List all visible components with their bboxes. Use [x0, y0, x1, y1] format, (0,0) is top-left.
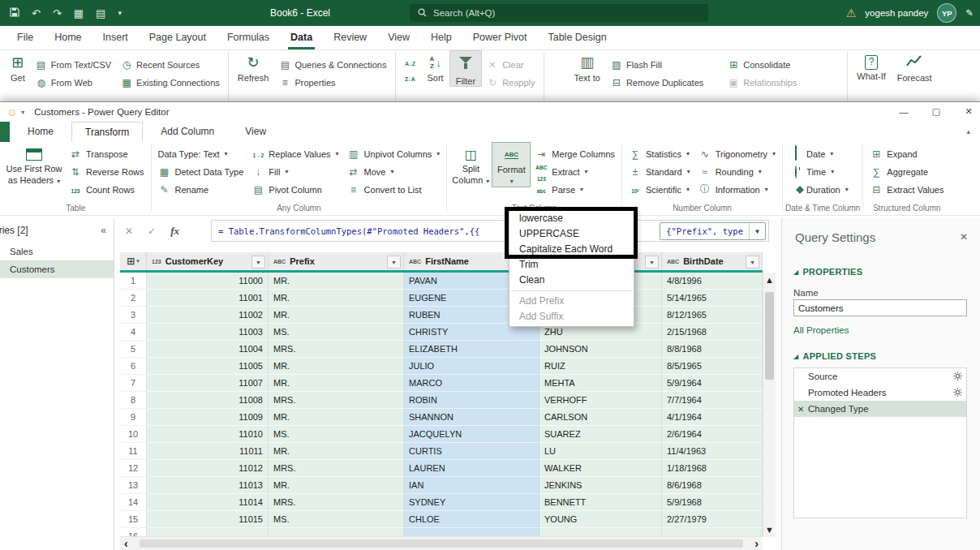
from-web-button[interactable]: ◍From Web [31, 74, 116, 91]
row-number[interactable]: 6 [120, 358, 147, 375]
cell-firstname[interactable]: CHLOE [404, 511, 539, 528]
row-number[interactable]: 3 [120, 307, 147, 324]
cell-prefix[interactable]: MS. [269, 324, 404, 341]
horizontal-scroll-thumb[interactable] [140, 539, 743, 548]
excel-ribbon-tab[interactable]: Help [420, 26, 462, 49]
parse-button[interactable]: abcParse▾ [531, 181, 619, 198]
titlebar-chevron-icon[interactable]: ▾ [21, 109, 24, 116]
cell-prefix[interactable]: MS. [269, 426, 404, 443]
excel-ribbon-tab[interactable]: Table Design [537, 26, 617, 49]
cell-prefix[interactable]: MR. [269, 443, 404, 460]
redo-icon[interactable]: ↷ [53, 7, 62, 19]
row-number[interactable]: 10 [120, 426, 147, 443]
table-menu-button[interactable]: ⊞ ▾ [120, 252, 147, 270]
column-header-prefix[interactable]: ABC Prefix ▼ [269, 252, 404, 270]
menu-item[interactable]: lowercase [509, 211, 634, 226]
cell-lastname[interactable]: MEHTA [539, 375, 662, 392]
menu-item[interactable]: Add Prefix [509, 294, 634, 309]
query-name-input[interactable] [793, 299, 967, 316]
pen-mode-icon[interactable]: ✎ [965, 7, 974, 19]
fill-button[interactable]: ↓Fill▾ [247, 163, 342, 180]
cell-firstname[interactable]: CURTIS [404, 443, 539, 460]
use-first-row-as-headers-button[interactable]: Use First Row as Headers ▾ [3, 142, 65, 187]
row-number[interactable]: 7 [120, 375, 147, 392]
unpivot-columns-button[interactable]: ▥Unpivot Columns▾ [343, 145, 445, 162]
collapse-pane-icon[interactable]: « [101, 225, 106, 236]
cell-birthdate[interactable]: 2/15/1968 [662, 324, 763, 341]
cell-prefix[interactable]: MR. [269, 409, 404, 426]
cell-birthdate[interactable]: 2/27/1979 [662, 511, 763, 528]
cell-birthdate[interactable]: 8/8/1968 [662, 341, 763, 358]
cell-customerkey[interactable]: 11014 [147, 494, 269, 511]
touch-mode-icon[interactable]: ▦ [74, 7, 84, 19]
cell-customerkey[interactable]: 11011 [147, 443, 269, 460]
query-list-item[interactable]: Customers [0, 260, 114, 278]
cell-firstname[interactable]: JACQUELYN [404, 426, 539, 443]
relationships-button[interactable]: ▣Relationships [723, 74, 802, 91]
row-number[interactable]: 15 [120, 511, 147, 528]
cell-lastname[interactable]: SUAREZ [539, 426, 662, 443]
cell-lastname[interactable]: BENNETT [539, 494, 662, 511]
expand-button[interactable]: ⊞Expand [866, 145, 948, 162]
column-header-birthdate[interactable]: ABC BirthDate ▼ [662, 252, 763, 270]
close-button[interactable]: ✕ [952, 102, 980, 121]
scroll-down-icon[interactable]: ▼ [763, 525, 776, 535]
cell-customerkey[interactable]: 11001 [147, 290, 269, 307]
format-button[interactable]: ABC Format ▾ [492, 142, 531, 187]
existing-connections-button[interactable]: ▦Existing Connections [116, 74, 225, 91]
cell-firstname[interactable]: JULIO [404, 358, 539, 375]
close-panel-icon[interactable]: ✕ [960, 231, 968, 243]
information-button[interactable]: ⓘInformation▾ [694, 181, 780, 198]
cell-lastname[interactable]: LU [539, 443, 662, 460]
formula-input[interactable]: = Table.TransformColumnTypes(#"Promoted … [211, 220, 769, 242]
replace-values-button[interactable]: 1→2Replace Values▾ [247, 145, 342, 162]
remove-duplicates-button[interactable]: ⊟Remove Duplicates [606, 74, 708, 91]
split-column-button[interactable]: ◫ Split Column ▾ [449, 142, 492, 187]
count-rows-button[interactable]: 123Count Rows [65, 181, 148, 198]
cell-prefix[interactable]: MR. [269, 375, 404, 392]
cell-birthdate[interactable]: 8/6/1968 [662, 477, 763, 494]
row-number[interactable]: 4 [120, 324, 147, 341]
commit-formula-icon[interactable]: ✓ [148, 226, 156, 237]
cell-firstname[interactable]: ROBIN [404, 392, 539, 409]
text-to-columns-button[interactable]: ▥ Text to [569, 50, 606, 83]
transpose-button[interactable]: ⇄Transpose [65, 145, 148, 162]
queries-connections-button[interactable]: ▤Queries & Connections [274, 56, 391, 73]
cell-prefix[interactable]: MR. [269, 358, 404, 375]
pq-file-tab[interactable] [0, 122, 10, 142]
menu-item[interactable]: Add Suffix [509, 309, 634, 324]
search-box[interactable]: Search (Alt+Q) [410, 4, 708, 22]
horizontal-scrollbar[interactable]: ‹ › [120, 536, 763, 550]
menu-item[interactable]: Trim [509, 257, 634, 273]
cell-customerkey[interactable]: 11004 [147, 341, 269, 358]
menu-item[interactable]: Capitalize Each Word [509, 242, 634, 257]
cell-lastname[interactable]: JOHNSON [539, 341, 662, 358]
cell-firstname[interactable]: LAUREN [404, 460, 539, 477]
applied-step[interactable]: ✕ Source [794, 368, 966, 385]
excel-ribbon-tab[interactable]: File [6, 26, 44, 49]
move-button[interactable]: ⇄Move▾ [343, 163, 445, 180]
cell-firstname[interactable]: MARCO [404, 375, 539, 392]
row-number[interactable]: 2 [120, 290, 147, 307]
sort-za-button[interactable]: Z↓A [399, 72, 422, 87]
aggregate-button[interactable]: ∑Aggregate [866, 163, 948, 180]
cell-customerkey[interactable]: 11002 [147, 307, 269, 324]
extract-values-button[interactable]: ⊟Extract Values [866, 181, 948, 198]
cell-lastname[interactable]: WALKER [539, 460, 662, 477]
menu-item[interactable]: Clean [509, 273, 634, 288]
row-number[interactable]: 13 [120, 477, 147, 494]
what-if-analysis-button[interactable]: ? What-If [851, 50, 891, 81]
cell-birthdate[interactable]: 1/18/1968 [662, 460, 763, 477]
scroll-up-icon[interactable]: ▲ [763, 275, 776, 285]
minimize-button[interactable]: — [888, 102, 920, 121]
step-settings-gear-icon[interactable] [953, 388, 962, 397]
filter-dropdown-button[interactable]: ▼ [746, 256, 759, 269]
cell-customerkey[interactable]: 11008 [147, 392, 269, 409]
cancel-formula-icon[interactable]: ✕ [125, 226, 133, 237]
avatar[interactable]: YP [937, 3, 956, 23]
cell-prefix[interactable]: MR. [269, 290, 404, 307]
cell-firstname[interactable]: ELIZABETH [404, 341, 539, 358]
row-number[interactable]: 8 [120, 392, 147, 409]
vertical-scroll-thumb[interactable] [765, 292, 774, 380]
trigonometry-button[interactable]: ∿Trigonometry▾ [694, 145, 780, 162]
